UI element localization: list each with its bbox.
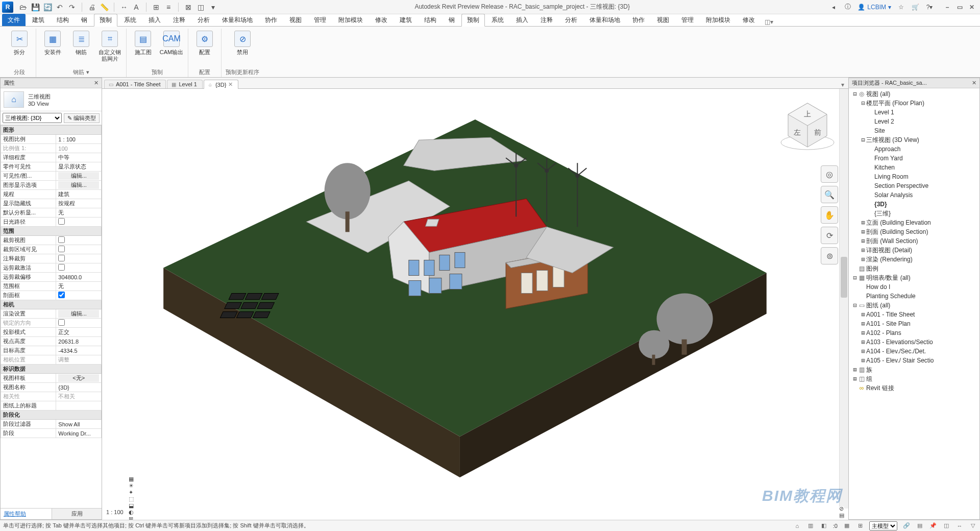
ribbon-tab[interactable]: 建筑 xyxy=(394,14,418,26)
browser-close-icon[interactable]: ✕ xyxy=(972,80,976,86)
viewctrl-icon[interactable]: ◐ xyxy=(129,509,134,516)
ribbon-tab[interactable]: 结构 xyxy=(51,14,75,26)
property-value[interactable]: 304800.0 xyxy=(56,273,102,282)
switch-window-icon[interactable]: ◫ xyxy=(196,3,205,12)
ribbon-button[interactable]: ⊘禁用 xyxy=(230,31,255,56)
ribbon-tab[interactable]: 系统 xyxy=(486,14,509,26)
viewctrl-icon[interactable]: ⊞ xyxy=(129,516,134,520)
viewctrl-icon[interactable]: ▤ xyxy=(839,512,844,519)
properties-close-icon[interactable]: ✕ xyxy=(94,80,99,86)
property-value[interactable] xyxy=(56,401,102,411)
doctab-close-icon[interactable]: ✕ xyxy=(228,81,233,88)
ribbon-tab[interactable]: 分析 xyxy=(559,14,583,26)
vertical-scrollbar[interactable] xyxy=(839,89,848,509)
doctabs-overflow-icon[interactable]: ▾ xyxy=(837,81,848,88)
property-value[interactable] xyxy=(56,245,102,254)
property-value[interactable]: Working Dr... xyxy=(56,429,102,438)
status-icon[interactable]: ▥ xyxy=(806,522,815,530)
tree-item[interactable]: Solar Analysis xyxy=(868,190,977,200)
tree-item[interactable]: ⊞A001 - Title Sheet xyxy=(860,310,977,319)
tree-item[interactable]: Kitchen xyxy=(868,163,977,172)
status-icon[interactable]: ◧ xyxy=(820,522,828,530)
select-link-icon[interactable]: 🔗 xyxy=(902,522,911,530)
view-selector[interactable]: 三维视图: {3D} xyxy=(3,113,62,123)
property-value[interactable]: 编辑... xyxy=(56,172,102,181)
user-menu[interactable]: 👤 LCBIM ▾ xyxy=(857,4,891,11)
ribbon-tab[interactable]: 修改 xyxy=(370,14,393,26)
qat-dropdown-icon[interactable]: ▾ xyxy=(208,3,217,12)
select-face-icon[interactable]: ◫ xyxy=(942,522,950,530)
property-value[interactable]: 正交 xyxy=(56,328,102,337)
ribbon-tab[interactable]: 管理 xyxy=(308,14,332,26)
tree-item[interactable]: ⊞详图视图 (Detail) xyxy=(860,246,977,255)
ribbon-tab[interactable]: 建筑 xyxy=(27,14,50,26)
status-icon[interactable]: ⊞ xyxy=(856,522,864,530)
tree-twisty-icon[interactable]: ⊞ xyxy=(852,365,858,374)
document-tab[interactable]: ▦Level 1 xyxy=(167,80,202,88)
property-value[interactable]: -4334.5 xyxy=(56,346,102,355)
close-views-icon[interactable]: ⊠ xyxy=(184,3,193,12)
viewcube[interactable]: 上 左 前 xyxy=(777,94,838,155)
ribbon-tab[interactable]: 预制 xyxy=(94,14,117,27)
ribbon-tab[interactable]: 钢 xyxy=(443,14,460,26)
open-icon[interactable]: 🗁 xyxy=(18,3,28,12)
thin-lines-icon[interactable]: ⊞ xyxy=(152,3,161,12)
ribbon-tab[interactable]: 插入 xyxy=(510,14,534,26)
undo-icon[interactable]: ↶ xyxy=(55,3,64,12)
ribbon-button[interactable]: ▦安装件 xyxy=(40,31,65,56)
text-icon[interactable]: A xyxy=(132,3,141,12)
property-value[interactable]: 编辑... xyxy=(56,309,102,319)
ribbon-tab[interactable]: 视图 xyxy=(651,14,675,26)
ribbon-tab[interactable]: 视图 xyxy=(284,14,307,26)
search-caret-icon[interactable]: ◂ xyxy=(829,3,838,12)
property-checkbox[interactable] xyxy=(58,255,65,261)
redo-icon[interactable]: ↷ xyxy=(67,3,77,12)
tree-item[interactable]: ▤图例 xyxy=(852,264,977,273)
minimize-button[interactable]: – xyxy=(943,3,951,11)
ribbon-tab[interactable]: 结构 xyxy=(419,14,442,26)
ribbon-tab[interactable]: 协作 xyxy=(627,14,650,26)
filter-icon[interactable]: ▽ xyxy=(969,522,977,530)
tree-item[interactable]: ⊞◫组 xyxy=(852,374,977,383)
tree-item[interactable]: ⊞立面 (Building Elevation xyxy=(860,218,977,227)
property-value[interactable] xyxy=(56,236,102,245)
property-value[interactable]: <无> xyxy=(56,374,102,383)
tree-label[interactable]: 三维视图 (3D View) xyxy=(866,136,919,143)
ribbon-dropdown-icon[interactable]: ◫▾ xyxy=(765,18,773,26)
nav-pan-icon[interactable]: ✋ xyxy=(821,206,838,224)
ribbon-tab[interactable]: 协作 xyxy=(259,14,283,26)
ribbon-tab[interactable]: 预制 xyxy=(461,14,485,27)
tree-item[interactable]: Living Room xyxy=(868,172,977,181)
viewctrl-icon[interactable]: ⬓ xyxy=(129,502,134,509)
property-value[interactable]: 无 xyxy=(56,208,102,218)
tree-item[interactable]: How do I xyxy=(860,282,977,292)
document-tab[interactable]: ⌂{3D}✕ xyxy=(204,80,238,89)
ribbon-button[interactable]: ✂拆分 xyxy=(7,31,32,56)
property-value[interactable]: 20631.8 xyxy=(56,337,102,346)
property-value[interactable]: 调整 xyxy=(56,355,102,365)
tree-item[interactable]: {三维} xyxy=(868,209,977,218)
drag-icon[interactable]: ↔ xyxy=(955,522,964,530)
tree-item[interactable]: From Yard xyxy=(868,154,977,163)
property-value[interactable]: 编辑... xyxy=(56,181,102,190)
tree-item[interactable]: ⊟◎视图 (all)⊟楼层平面 (Floor Plan) Level 1 Lev… xyxy=(852,89,977,264)
tree-item[interactable]: ⊞A101 - Site Plan xyxy=(860,319,977,328)
property-value[interactable]: 不相关 xyxy=(56,392,102,401)
tree-item[interactable]: ⊞A102 - Plans xyxy=(860,328,977,337)
tree-item[interactable]: ⊞渲染 (Rendering) xyxy=(860,255,977,264)
property-value[interactable]: 1 : 100 xyxy=(56,135,102,144)
ribbon-button[interactable]: ≣钢筋 xyxy=(69,31,93,56)
tree-label[interactable]: 图纸 (all) xyxy=(866,302,890,309)
select-underlay-icon[interactable]: ▤ xyxy=(916,522,924,530)
ribbon-button[interactable]: ⚙配置 xyxy=(192,31,217,56)
property-value[interactable] xyxy=(56,319,102,328)
sync-icon[interactable]: 🔄 xyxy=(43,3,52,12)
workset-selector[interactable]: 主模型 xyxy=(869,521,897,530)
ribbon-tab[interactable]: 钢 xyxy=(76,14,93,26)
apply-button[interactable]: 应用 xyxy=(52,509,102,519)
ribbon-tab[interactable]: 插入 xyxy=(143,14,166,26)
nav-wheel-icon[interactable]: ⊚ xyxy=(821,247,838,264)
tree-item[interactable]: ⊞▥族 xyxy=(852,365,977,374)
ribbon-tab[interactable]: 体量和场地 xyxy=(216,14,258,26)
tree-item[interactable]: Approach xyxy=(868,144,977,154)
